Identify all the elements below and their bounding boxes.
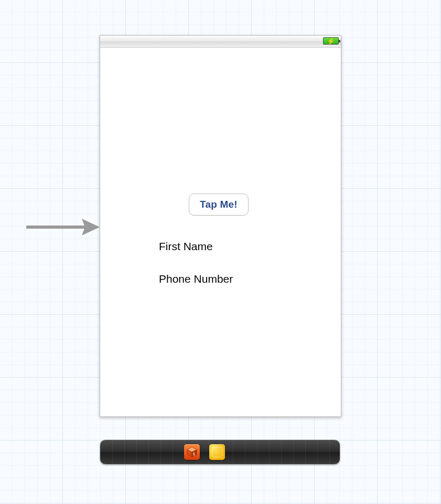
svg-text:1: 1 — [193, 452, 195, 456]
segue-arrow[interactable] — [26, 218, 100, 237]
first-responder-icon[interactable]: 1 — [184, 444, 200, 460]
arrow-right-icon — [26, 218, 100, 237]
root-view[interactable]: Tap Me! First Name Phone Number — [100, 48, 341, 416]
view-controller-scene[interactable]: ⚡ Tap Me! First Name Phone Number — [100, 35, 341, 417]
status-bar: ⚡ — [100, 36, 341, 48]
tap-me-button[interactable]: Tap Me! — [189, 194, 249, 216]
battery-charging-icon: ⚡ — [323, 37, 339, 45]
cube-icon: 1 — [186, 446, 198, 458]
exit-icon[interactable] — [209, 444, 225, 460]
first-name-label[interactable]: First Name — [159, 240, 213, 253]
phone-number-label[interactable]: Phone Number — [159, 273, 233, 285]
scene-dock[interactable]: 1 — [100, 439, 340, 465]
